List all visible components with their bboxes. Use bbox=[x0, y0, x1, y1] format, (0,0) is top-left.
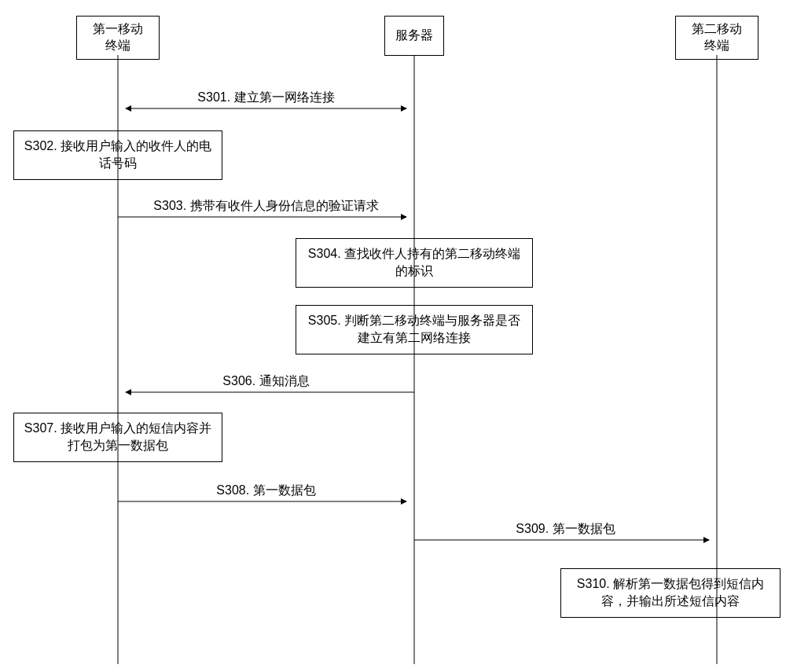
step-text: S305. 判断第二移动终端与服务器是否建立有第二网络连接 bbox=[308, 314, 520, 344]
actor-label: 第二移动终端 bbox=[692, 22, 742, 52]
msg-text: S301. 建立第一网络连接 bbox=[197, 90, 334, 104]
step-s307: S307. 接收用户输入的短信内容并打包为第一数据包 bbox=[13, 413, 222, 462]
actor-second-mobile: 第二移动终端 bbox=[675, 16, 758, 60]
step-text: S310. 解析第一数据包得到短信内容，并输出所述短信内容 bbox=[577, 577, 764, 608]
actor-server: 服务器 bbox=[384, 16, 444, 56]
actor-first-mobile: 第一移动终端 bbox=[76, 16, 160, 60]
msg-s308: S308. 第一数据包 bbox=[118, 483, 414, 499]
sequence-diagram: 第一移动终端 服务器 第二移动终端 S302. 接收用户输入的收件人的电话号码 … bbox=[0, 0, 786, 672]
actor-label: 第一移动终端 bbox=[93, 22, 143, 52]
step-s304: S304. 查找收件人持有的第二移动终端的标识 bbox=[296, 238, 533, 288]
msg-s309: S309. 第一数据包 bbox=[414, 521, 717, 538]
actor-label: 服务器 bbox=[395, 28, 433, 42]
msg-text: S309. 第一数据包 bbox=[516, 522, 615, 535]
step-text: S304. 查找收件人持有的第二移动终端的标识 bbox=[308, 247, 520, 277]
msg-text: S306. 通知消息 bbox=[222, 374, 309, 387]
step-text: S302. 接收用户输入的收件人的电话号码 bbox=[24, 139, 211, 170]
step-s302: S302. 接收用户输入的收件人的电话号码 bbox=[13, 130, 222, 180]
msg-s306: S306. 通知消息 bbox=[118, 373, 414, 390]
msg-s301: S301. 建立第一网络连接 bbox=[118, 90, 414, 106]
msg-text: S303. 携带有收件人身份信息的验证请求 bbox=[153, 199, 378, 212]
step-text: S307. 接收用户输入的短信内容并打包为第一数据包 bbox=[24, 421, 211, 452]
msg-s303: S303. 携带有收件人身份信息的验证请求 bbox=[118, 198, 414, 215]
step-s310: S310. 解析第一数据包得到短信内容，并输出所述短信内容 bbox=[560, 568, 780, 618]
step-s305: S305. 判断第二移动终端与服务器是否建立有第二网络连接 bbox=[296, 305, 533, 354]
msg-text: S308. 第一数据包 bbox=[216, 483, 315, 497]
